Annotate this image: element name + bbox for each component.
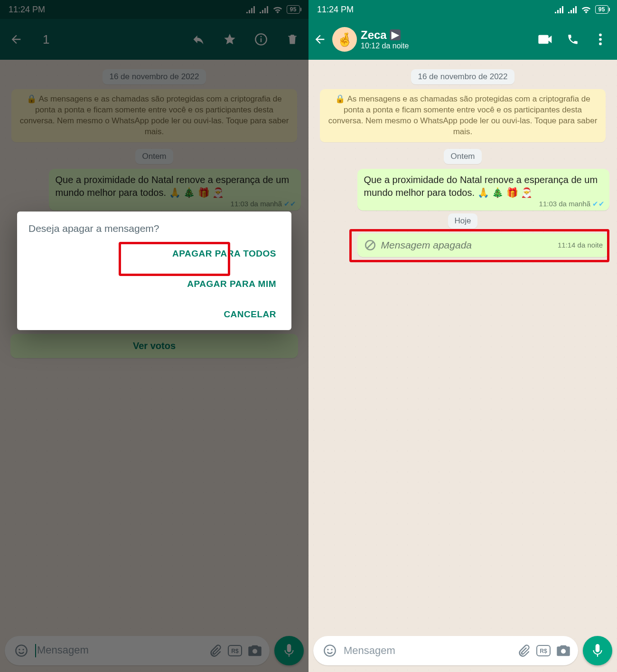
emoji-icon[interactable] xyxy=(320,644,340,657)
input-row: Mensagem R$ xyxy=(308,631,617,672)
dialog-title: Deseja apagar a mensagem? xyxy=(28,223,280,234)
video-badge-icon: ▶ xyxy=(390,29,401,40)
avatar[interactable]: 🤞 xyxy=(332,27,357,52)
read-ticks-icon: ✔✔ xyxy=(592,199,605,209)
delete-dialog: Deseja apagar a mensagem? APAGAR PARA TO… xyxy=(17,212,291,330)
svg-point-15 xyxy=(331,649,332,650)
status-bar: 11:24 PM 95 xyxy=(308,0,617,19)
signal-2-icon xyxy=(568,6,577,13)
date-chip: Ontem xyxy=(444,149,481,164)
phone-left: 11:24 PM 95 1 16 de novembro de 2022 🔒As… xyxy=(0,0,308,672)
battery-icon: 95 xyxy=(595,5,608,14)
cancel-button[interactable]: CANCELAR xyxy=(220,307,280,322)
status-time: 11:24 PM xyxy=(317,5,354,15)
contact-name: Zeca xyxy=(361,28,387,42)
message-text: Que a proximidade do Natal renove a espe… xyxy=(364,175,598,198)
message-bubble-outgoing[interactable]: Que a proximidade do Natal renove a espe… xyxy=(357,169,609,211)
chat-area: 16 de novembro de 2022 🔒As mensagens e a… xyxy=(308,60,617,672)
contact-last-seen: 10:12 da noite xyxy=(361,42,530,50)
block-icon xyxy=(364,239,376,251)
svg-point-13 xyxy=(324,645,335,656)
more-menu-button[interactable] xyxy=(589,33,612,46)
deleted-message-text: Mensagem apagada xyxy=(381,239,472,251)
encryption-note[interactable]: 🔒As mensagens e as chamadas são protegid… xyxy=(320,89,606,142)
svg-point-10 xyxy=(599,43,602,46)
status-icons: 95 xyxy=(554,5,608,14)
attach-icon[interactable] xyxy=(514,644,533,657)
contact-header[interactable]: Zeca▶ 10:12 da noite xyxy=(361,28,530,50)
back-button[interactable] xyxy=(311,33,328,46)
lock-icon: 🔒 xyxy=(335,94,345,103)
video-call-button[interactable] xyxy=(533,34,557,45)
svg-point-9 xyxy=(599,38,602,41)
date-chip: 16 de novembro de 2022 xyxy=(411,69,514,84)
delete-for-me-button[interactable]: APAGAR PARA MIM xyxy=(183,277,280,291)
delete-for-everyone-button[interactable]: APAGAR PARA TODOS xyxy=(168,247,280,261)
date-chip: Hoje xyxy=(448,213,478,229)
input-placeholder: Mensagem xyxy=(340,644,514,657)
mic-button[interactable] xyxy=(583,636,612,665)
svg-point-8 xyxy=(599,34,602,37)
wifi-icon xyxy=(581,5,591,14)
camera-icon[interactable] xyxy=(553,644,573,657)
phone-right: 11:24 PM 95 🤞 Zeca▶ 10:12 da noite 16 de… xyxy=(308,0,617,672)
signal-1-icon xyxy=(554,6,564,13)
svg-text:R$: R$ xyxy=(540,648,547,654)
chat-toolbar: 🤞 Zeca▶ 10:12 da noite xyxy=(308,19,617,60)
message-time: 11:03 da manhã xyxy=(539,199,590,209)
message-time: 11:14 da noite xyxy=(552,241,603,249)
deleted-message-bubble[interactable]: Mensagem apagada 11:14 da noite xyxy=(357,233,609,257)
message-input[interactable]: Mensagem R$ xyxy=(313,636,578,665)
voice-call-button[interactable] xyxy=(561,33,585,46)
svg-line-12 xyxy=(367,242,373,248)
modal-backdrop[interactable] xyxy=(0,0,308,672)
svg-point-14 xyxy=(327,649,328,650)
payment-icon[interactable]: R$ xyxy=(533,645,553,656)
